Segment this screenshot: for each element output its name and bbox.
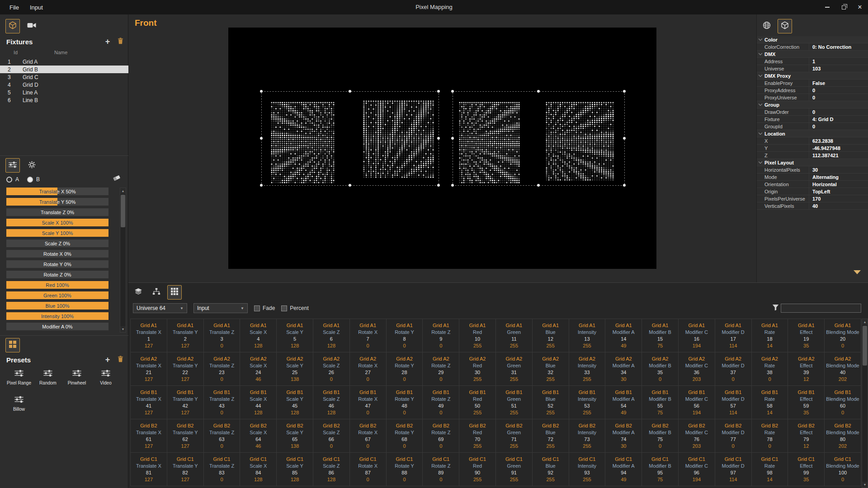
modifier-bar[interactable]: Translate Y 50%Translate Y 50%: [6, 198, 108, 206]
dmx-channel-cell[interactable]: Grid A1Rotate Z90: [423, 319, 459, 352]
dmx-channel-cell[interactable]: Grid C1Blue92255: [533, 453, 569, 486]
dmx-channel-cell[interactable]: Grid B2Translate Y62127: [167, 419, 204, 453]
modifier-bar[interactable]: Scale X 100%Scale X 100%: [6, 219, 108, 226]
dmx-channel-cell[interactable]: Grid A1Rotate X70: [350, 319, 387, 352]
fixture-row[interactable]: 5Line A: [0, 89, 128, 96]
restore-button[interactable]: [835, 0, 852, 14]
dmx-channel-cell[interactable]: Grid C1Modifier D97114: [715, 453, 752, 486]
dmx-channel-cell[interactable]: Grid A1Effect1935: [788, 319, 825, 352]
modifiers-tab-button[interactable]: [5, 158, 20, 173]
add-preset-button[interactable]: +: [103, 355, 112, 364]
dmx-channel-cell[interactable]: Grid A2Intensity33255: [569, 352, 606, 386]
dmx-channel-cell[interactable]: Grid B2Modifier B750: [642, 419, 679, 453]
property-group-header[interactable]: Location: [757, 130, 868, 137]
dmx-channel-cell[interactable]: Grid A2Translate X21127: [131, 352, 167, 386]
dmx-channel-cell[interactable]: Grid A2Scale Z260: [313, 352, 350, 386]
grid-scrollbar-track[interactable]: [862, 325, 868, 482]
dmx-channel-cell[interactable]: Grid B2Rotate X670: [350, 419, 387, 453]
dmx-channel-cell[interactable]: Grid A1Scale Y5128: [277, 319, 313, 352]
channel-grid-tab-button[interactable]: [167, 285, 182, 300]
modifier-bar[interactable]: Rotate Z 0%Rotate Z 0%: [6, 271, 108, 278]
dmx-channel-cell[interactable]: Grid B2Blue72255: [533, 419, 569, 453]
dmx-channel-cell[interactable]: Grid C1Translate Y82127: [167, 453, 204, 486]
grid-scrollbar[interactable]: ▲ ▼: [862, 319, 868, 488]
dmx-channel-cell[interactable]: Grid B1Rotate X470: [350, 386, 387, 419]
dmx-channel-cell[interactable]: Grid A2Effect3912: [788, 352, 825, 386]
dmx-channel-cell[interactable]: Grid A2Translate Y22127: [167, 352, 204, 386]
property-value[interactable]: 0: [809, 124, 815, 129]
dmx-channel-cell[interactable]: Grid A2Blending Mode40202: [825, 352, 861, 386]
dmx-channel-cell[interactable]: Grid A1Scale Z6128: [313, 319, 350, 352]
preset-item[interactable]: Video: [91, 368, 120, 394]
percent-checkbox[interactable]: [281, 305, 287, 311]
viewport-canvas[interactable]: [228, 28, 656, 269]
dmx-channel-cell[interactable]: Grid A1Green11255: [496, 319, 533, 352]
delete-preset-button[interactable]: [116, 355, 125, 364]
dmx-channel-cell[interactable]: Grid B2Green71255: [496, 419, 533, 453]
fixture-row[interactable]: 6Line B: [0, 96, 128, 104]
dmx-channel-cell[interactable]: Grid B1Green51255: [496, 386, 533, 419]
dmx-channel-cell[interactable]: Grid A1Modifier B1575: [642, 319, 679, 352]
property-group-header[interactable]: Color: [757, 36, 868, 43]
dmx-channel-cell[interactable]: Grid A1Modifier D17114: [715, 319, 752, 352]
dmx-channel-cell[interactable]: Grid B2Scale Z660: [313, 419, 350, 453]
dmx-channel-cell[interactable]: Grid A2Translate Z230: [204, 352, 241, 386]
fixture-row[interactable]: 4Grid D: [0, 81, 128, 89]
modifiers-scrollbar-thumb[interactable]: [121, 195, 125, 227]
dmx-channel-cell[interactable]: Grid A2Rate380: [752, 352, 788, 386]
source-dropdown[interactable]: Input ▼: [193, 303, 248, 313]
scroll-up-icon[interactable]: ▲: [120, 188, 126, 194]
dmx-channel-cell[interactable]: Grid B1Scale Z46128: [313, 386, 350, 419]
fixture-row[interactable]: 2Grid B: [0, 66, 128, 73]
dmx-channel-cell[interactable]: Grid C1Modifier A9449: [605, 453, 642, 486]
presets-view-button[interactable]: [5, 338, 20, 352]
expand-arrow-icon[interactable]: [854, 270, 861, 274]
property-value[interactable]: Alternating: [809, 174, 839, 180]
dmx-channel-cell[interactable]: Grid C1Modifier B9575: [642, 453, 679, 486]
dmx-channel-cell[interactable]: Grid B1Scale X44128: [240, 386, 277, 419]
dmx-channel-cell[interactable]: Grid A1Translate Z30: [204, 319, 241, 352]
fixtures-3d-view-button[interactable]: [5, 19, 20, 33]
dmx-channel-cell[interactable]: Grid C1Red90255: [459, 453, 496, 486]
property-value[interactable]: 1: [809, 59, 815, 64]
dmx-channel-cell[interactable]: Grid A2Green31255: [496, 352, 533, 386]
modifier-bar[interactable]: Red 100%Red 100%: [6, 281, 108, 289]
dmx-channel-cell[interactable]: Grid B1Blending Mode600: [825, 386, 861, 419]
radio-bank-a[interactable]: [6, 177, 12, 183]
dmx-channel-cell[interactable]: Grid A2Red30255: [459, 352, 496, 386]
preset-item[interactable]: Random: [33, 368, 62, 394]
dmx-channel-cell[interactable]: Grid A2Rotate Y280: [387, 352, 423, 386]
property-value[interactable]: 0: [809, 95, 815, 100]
property-value[interactable]: 0: [809, 88, 815, 93]
universe-dropdown[interactable]: Universe 64 ▼: [133, 303, 187, 313]
modifier-bar[interactable]: Blue 100%Blue 100%: [6, 302, 108, 310]
dmx-channel-cell[interactable]: Grid A2Modifier A3430: [605, 352, 642, 386]
dmx-channel-cell[interactable]: Grid B2Modifier C76203: [679, 419, 715, 453]
menu-input[interactable]: Input: [25, 2, 48, 13]
dmx-channel-cell[interactable]: Grid B1Rate5814: [752, 386, 788, 419]
dmx-channel-cell[interactable]: Grid C1Translate X81127: [131, 453, 167, 486]
dmx-channel-cell[interactable]: Grid B2Intensity73255: [569, 419, 606, 453]
dmx-channel-cell[interactable]: Grid C1Translate Z830: [204, 453, 241, 486]
property-value[interactable]: 0: [809, 109, 815, 115]
dmx-channel-cell[interactable]: Grid C1Scale Y85128: [277, 453, 313, 486]
add-fixture-button[interactable]: +: [103, 37, 112, 46]
fixture-properties-button[interactable]: [778, 19, 792, 33]
property-group-header[interactable]: Pixel Layout: [757, 159, 868, 166]
property-value[interactable]: 0: No Correction: [809, 44, 851, 50]
property-value[interactable]: 4: Grid D: [809, 117, 833, 122]
dmx-channel-cell[interactable]: Grid B2Modifier D770: [715, 419, 752, 453]
dmx-channel-cell[interactable]: Grid A1Translate X1127: [131, 319, 167, 352]
dmx-channel-cell[interactable]: Grid B2Translate X61127: [131, 419, 167, 453]
camera-view-button[interactable]: [24, 19, 39, 33]
dmx-channel-cell[interactable]: Grid C1Intensity93255: [569, 453, 606, 486]
dmx-channel-cell[interactable]: Grid A1Modifier C16194: [679, 319, 715, 352]
fixture-row[interactable]: 3Grid C: [0, 73, 128, 81]
property-value[interactable]: TopLeft: [809, 189, 830, 194]
dmx-channel-cell[interactable]: Grid B1Intensity53255: [569, 386, 606, 419]
property-value[interactable]: 170: [809, 196, 821, 202]
dmx-channel-cell[interactable]: Grid C1Blending Mode1000: [825, 453, 861, 486]
dmx-channel-cell[interactable]: Grid C1Scale X84128: [240, 453, 277, 486]
property-value[interactable]: 623.2838: [809, 138, 833, 144]
dmx-channel-cell[interactable]: Grid B1Rotate Y480: [387, 386, 423, 419]
